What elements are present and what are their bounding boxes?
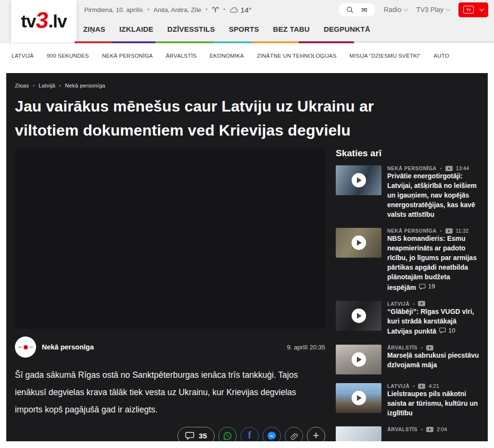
- separator-dot: •: [413, 383, 415, 389]
- author-name[interactable]: Nekā personīga: [42, 343, 94, 351]
- nav-item-sports[interactable]: SPORTS: [229, 25, 259, 33]
- breadcrumb-neka-personiga[interactable]: Nekā personīga: [65, 83, 105, 88]
- topbar: Pirmdiena, 10. aprīlis • Anita, Anitra, …: [84, 3, 488, 16]
- separator-dot: •: [59, 83, 61, 88]
- radio-menu[interactable]: Radio: [384, 6, 408, 13]
- play-icon: [352, 391, 366, 405]
- comments-button[interactable]: 35: [177, 427, 215, 442]
- messenger-icon: [266, 431, 277, 441]
- video-duration: 11:32: [456, 228, 469, 234]
- sidebar-video-item[interactable]: Igaunijā ĀRVALSTĪS • 2:04: [336, 426, 479, 441]
- video-category[interactable]: LATVIJĀ: [387, 383, 409, 389]
- subnav-item-auto[interactable]: AUTO: [433, 53, 449, 59]
- more-share-button[interactable]: +: [307, 427, 325, 442]
- video-thumbnail[interactable]: [336, 228, 381, 258]
- comments-count: 35: [199, 432, 207, 440]
- article-main-image: [15, 148, 325, 329]
- video-category[interactable]: NEKĀ PERSONĪGA: [387, 165, 437, 171]
- video-title[interactable]: NBS komandieris: Esmu neapmierināts ar p…: [387, 235, 477, 291]
- logo-text: tv3.lv: [21, 7, 66, 36]
- topbar-right: ✉ Radio TV3 Play TV: [339, 2, 488, 17]
- video-category[interactable]: LATVIJĀ: [387, 301, 409, 307]
- video-title[interactable]: Privātie energotirgotāji: Latvijai, atšķ…: [387, 172, 477, 218]
- video-category[interactable]: NEKĀ PERSONĪGA: [387, 228, 437, 234]
- video-icon: [445, 228, 453, 234]
- subnav-item-misija-dziesmu-svetki[interactable]: MISIJA “DZIESMU SVĒTKI”: [350, 53, 421, 59]
- comment-icon: [419, 284, 426, 290]
- messenger-share-button[interactable]: [263, 427, 281, 442]
- subnav-item-ekonomika[interactable]: EKONOMIKA: [210, 53, 244, 59]
- separator-dot: •: [33, 83, 35, 88]
- play-icon: [352, 352, 366, 367]
- separator-dot: •: [440, 228, 442, 234]
- video-duration: 2:04: [437, 426, 447, 432]
- tv-button[interactable]: TV: [458, 2, 488, 17]
- logo-three: 3: [35, 7, 50, 33]
- video-thumbnail[interactable]: Igaunijā: [336, 426, 381, 441]
- chevron-down-icon: [404, 7, 408, 12]
- video-icon: [418, 301, 425, 306]
- article-lead: Šī gada sākumā Rīgas ostā no Sanktpēterb…: [15, 366, 325, 418]
- facebook-share-button[interactable]: f: [241, 427, 259, 442]
- video-title[interactable]: Marseļā sabrukusi piecstāvu dzīvojamā mā…: [387, 351, 479, 369]
- subnav-item-arvalstis[interactable]: ĀRVALSTĪS: [166, 53, 197, 59]
- site-header: tv3.lv Pirmdiena, 10. aprīlis • Anita, A…: [0, 0, 494, 43]
- video-duration: 13:44: [456, 165, 469, 171]
- video-icon: [445, 166, 453, 171]
- comment-icon: [185, 432, 194, 440]
- whatsapp-share-button[interactable]: [218, 427, 237, 442]
- separator-dot: •: [413, 301, 415, 307]
- paperclip-icon: [290, 431, 299, 440]
- video-comments[interactable]: 19: [419, 282, 435, 291]
- copy-link-button[interactable]: [285, 427, 303, 442]
- video-icon: [426, 427, 433, 432]
- video-icon: [426, 345, 433, 350]
- article-card: Ziņas • Latvijā • Nekā personīga Jau vai…: [6, 73, 488, 441]
- subnav-item-900-sekundes[interactable]: 900 SEKUNDES: [47, 53, 89, 59]
- publish-date: 9. aprīlī 20:35: [287, 344, 326, 351]
- subnav-item-neka-personiga[interactable]: NEKĀ PERSONĪGA: [102, 53, 153, 59]
- tv3play-menu[interactable]: TV3 Play: [416, 6, 450, 13]
- sidebar-video-item[interactable]: NEKĀ PERSONĪGA • 13:44 Privātie energoti…: [336, 165, 479, 219]
- search-icon[interactable]: [346, 6, 354, 13]
- nav-item-dzivesstils[interactable]: DZĪVESSTILS: [167, 25, 215, 33]
- video-thumbnail[interactable]: [336, 165, 381, 195]
- whatsapp-icon: [223, 431, 232, 441]
- video-duration: 4:21: [429, 383, 439, 389]
- sidebar-video-item[interactable]: LATVIJĀ • 4:21 Lielstraupes pils nākotni…: [336, 383, 479, 418]
- breadcrumb-zinas[interactable]: Ziņas: [15, 83, 29, 88]
- cloud-icon: [229, 6, 238, 13]
- zodiac-icon[interactable]: ♈: [212, 5, 219, 14]
- nav-item-beztabu[interactable]: BEZ TABU: [273, 25, 310, 33]
- nav-item-degpunkta[interactable]: DEGPUNKTĀ: [324, 25, 370, 33]
- date-label: Pirmdiena, 10. aprīlis: [84, 6, 143, 13]
- video-category[interactable]: ĀRVALSTĪS: [387, 345, 418, 350]
- weather-widget[interactable]: 14°: [229, 6, 252, 14]
- sidebar-video-item[interactable]: ĀRVALSTĪS • Marseļā sabrukusi piecstāvu …: [336, 345, 479, 374]
- separator-dot: •: [421, 345, 423, 350]
- video-thumbnail[interactable]: [336, 345, 381, 374]
- share-row: 35 f +: [15, 427, 325, 442]
- video-title[interactable]: Lielstraupes pils nākotni saista ar tūri…: [387, 390, 478, 417]
- author-row: Nekā personīga 9. aprīlī 20:35: [15, 336, 325, 358]
- site-logo[interactable]: tv3.lv: [11, 0, 76, 43]
- video-thumbnail[interactable]: [336, 301, 381, 331]
- breadcrumb-latvija[interactable]: Latvijā: [38, 83, 55, 88]
- video-title[interactable]: “Glābēji”: Rīgas VUGD vīri, kuri strādā …: [387, 308, 474, 336]
- mail-icon[interactable]: ✉: [361, 6, 367, 13]
- nav-item-zinas[interactable]: ZIŅAS: [83, 25, 105, 33]
- sidebar-video-item[interactable]: LATVIJĀ • “Glābēji”: Rīgas VUGD vīri, ku…: [336, 301, 479, 336]
- video-category[interactable]: ĀRVALSTĪS: [387, 426, 418, 432]
- author-avatar[interactable]: [15, 336, 36, 358]
- separator-dot: •: [205, 6, 207, 13]
- video-thumbnail[interactable]: [336, 383, 381, 413]
- subnav-item-zinatne[interactable]: ZINĀTNE UN TEHNOLOĢIJAS: [257, 53, 336, 59]
- subnav-item-latvija[interactable]: LATVIJĀ: [12, 53, 34, 59]
- video-comments[interactable]: 10: [439, 326, 455, 336]
- page: tv3.lv Pirmdiena, 10. aprīlis • Anita, A…: [0, 0, 494, 448]
- sidebar-video-item[interactable]: NEKĀ PERSONĪGA • 11:32 NBS komandieris: …: [336, 228, 479, 292]
- nav-item-izklaide[interactable]: IZKLAIDE: [119, 25, 153, 33]
- video-icon: [418, 384, 425, 389]
- search-mail-pill: ✉: [339, 3, 375, 16]
- play-icon: [352, 236, 366, 250]
